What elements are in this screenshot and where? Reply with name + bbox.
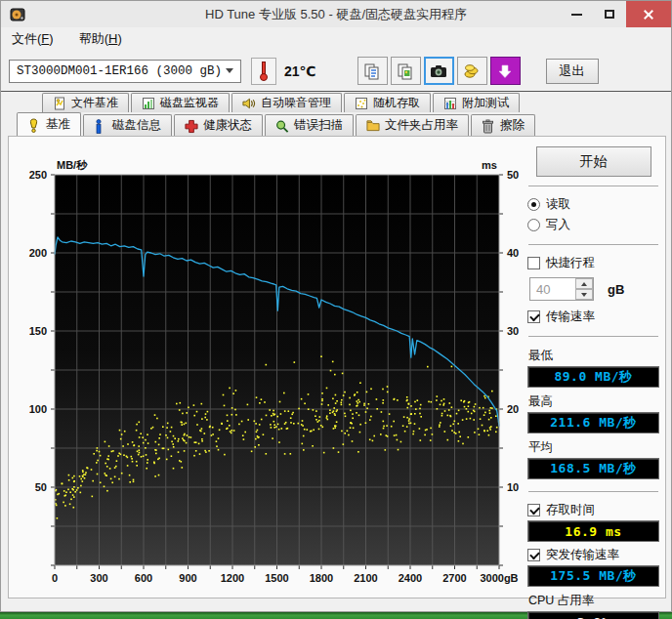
checkbox-icon [527, 504, 540, 516]
benchmark-chart: MB/秒ms2502001501005050403020100300600900… [9, 147, 528, 598]
close-icon [643, 9, 654, 21]
toolbar: ST3000DM001-1ER166 (3000 gB) 21℃ 退出 [1, 51, 671, 92]
tab-erase[interactable]: 擦除 [471, 114, 535, 136]
tab-label: 错误扫描 [294, 117, 343, 134]
svg-text:MB/秒: MB/秒 [57, 159, 88, 171]
arrow-up-icon [581, 282, 587, 286]
extra-tests-icon [443, 97, 457, 110]
tab-file-benchmark[interactable]: 文件基准 [42, 93, 129, 112]
start-button[interactable]: 开始 [536, 146, 651, 177]
magnifier-icon [275, 119, 289, 133]
tab-disk-info[interactable]: 磁盘信息 [83, 114, 172, 136]
benchmark-tab-page: MB/秒ms2502001501005050403020100300600900… [8, 136, 666, 598]
cpu-usage-label: CPU 占用率 [528, 593, 659, 609]
svg-text:600: 600 [135, 572, 152, 584]
tab-strip-secondary: 文件基准磁盘监视器自动噪音管理随机存取附加测试 [1, 92, 671, 112]
camera-icon [430, 63, 447, 79]
checkbox-icon [527, 310, 540, 323]
svg-text:10: 10 [507, 481, 519, 493]
download-button[interactable] [490, 57, 521, 85]
svg-text:200: 200 [29, 247, 47, 259]
read-radio-label: 读取 [546, 196, 570, 213]
burst-rate-checkbox[interactable]: 突发传输速率 [527, 545, 659, 565]
tab-strip-primary: 基准磁盘信息健康状态错误扫描文件夹占用率擦除 [1, 113, 671, 136]
divider [528, 491, 658, 492]
screenshot-button[interactable] [424, 57, 454, 85]
tab-label: 健康状态 [203, 117, 252, 134]
svg-text:1500: 1500 [265, 572, 288, 584]
burst-rate-label: 突发传输速率 [546, 547, 619, 563]
svg-text:2400: 2400 [399, 572, 422, 584]
random-access-icon [355, 97, 368, 110]
svg-text:3000gB: 3000gB [480, 572, 518, 584]
svg-text:250: 250 [29, 169, 47, 181]
read-radio[interactable]: 读取 [527, 194, 659, 215]
svg-text:0: 0 [52, 572, 58, 584]
svg-text:300: 300 [90, 572, 107, 584]
copy-text-icon [363, 62, 381, 80]
menu-help[interactable]: 帮助(H) [79, 30, 122, 48]
hdtune-window: HD Tune 专业版 5.50 - 硬盘/固态硬盘实用程序 文件(F)帮助(H… [0, 0, 672, 612]
tab-health[interactable]: 健康状态 [174, 114, 263, 136]
divider [528, 244, 658, 245]
tab-error-scan[interactable]: 错误扫描 [265, 114, 354, 136]
tab-label: 文件夹占用率 [385, 117, 458, 134]
tab-benchmark[interactable]: 基准 [17, 112, 81, 136]
copy-text-button[interactable] [357, 57, 388, 85]
tab-extra-tests[interactable]: 附加测试 [433, 93, 520, 112]
benchmark-controls-panel: 开始 读取 写入 快捷行程 [527, 146, 659, 619]
title-bar[interactable]: HD Tune 专业版 5.50 - 硬盘/固态硬盘实用程序 [1, 1, 671, 27]
spin-down-button[interactable] [575, 289, 593, 300]
maximize-icon [605, 10, 614, 19]
radio-icon [527, 198, 540, 211]
checkbox-icon [527, 257, 540, 269]
max-label: 最高 [528, 393, 659, 410]
short-stroke-checkbox[interactable]: 快捷行程 [527, 253, 659, 273]
drive-select-dropdown[interactable]: ST3000DM001-1ER166 (3000 gB) [9, 60, 241, 83]
maximize-button[interactable] [593, 1, 626, 27]
tab-label: 自动噪音管理 [261, 95, 331, 111]
svg-text:50: 50 [35, 481, 47, 493]
exit-button[interactable]: 退出 [546, 59, 599, 84]
health-cross-icon [185, 119, 198, 133]
svg-text:2100: 2100 [354, 572, 377, 584]
menu-file[interactable]: 文件(F) [12, 30, 54, 48]
tab-aam[interactable]: 自动噪音管理 [231, 93, 342, 112]
tab-folder-usage[interactable]: 文件夹占用率 [356, 114, 469, 136]
copy-image-button[interactable] [391, 57, 421, 85]
svg-text:20: 20 [507, 403, 519, 415]
close-button[interactable] [626, 1, 671, 27]
tab-label: 磁盘信息 [112, 117, 161, 134]
svg-text:50: 50 [507, 169, 519, 181]
transfer-rate-checkbox[interactable]: 传输速率 [527, 307, 659, 327]
transfer-rate-label: 传输速率 [546, 309, 595, 325]
tab-random-access[interactable]: 随机存取 [344, 93, 431, 112]
drive-select-value: ST3000DM001-1ER166 (3000 gB) [17, 64, 222, 78]
avg-value-display: 168.5 MB/秒 [527, 458, 659, 479]
cpu-usage-value-display: 3.9% [527, 611, 659, 619]
svg-text:1200: 1200 [221, 572, 244, 584]
minimize-button[interactable] [560, 1, 593, 27]
spin-up-button[interactable] [575, 278, 593, 289]
write-radio-label: 写入 [546, 217, 570, 233]
svg-text:900: 900 [179, 572, 196, 584]
temperature-value: 21℃ [284, 63, 316, 79]
write-radio[interactable]: 写入 [527, 215, 659, 235]
coins-icon [463, 63, 481, 79]
save-results-button[interactable] [457, 57, 487, 85]
tab-disk-monitor[interactable]: 磁盘监视器 [131, 93, 230, 112]
radio-icon [527, 219, 540, 231]
chevron-down-icon [226, 68, 233, 73]
info-icon [94, 119, 107, 133]
min-label: 最低 [528, 348, 659, 364]
short-stroke-label: 快捷行程 [546, 255, 595, 271]
short-stroke-size-input[interactable] [529, 277, 594, 301]
tab-label: 磁盘监视器 [160, 95, 219, 111]
screen: HD Tune 专业版 5.50 - 硬盘/固态硬盘实用程序 文件(F)帮助(H… [0, 0, 672, 619]
short-stroke-size-value[interactable] [530, 278, 575, 300]
access-time-label: 存取时间 [546, 502, 595, 518]
temperature-button[interactable] [251, 58, 276, 85]
access-time-checkbox[interactable]: 存取时间 [527, 500, 659, 520]
grid-lines [55, 175, 499, 565]
svg-text:30: 30 [507, 325, 519, 337]
